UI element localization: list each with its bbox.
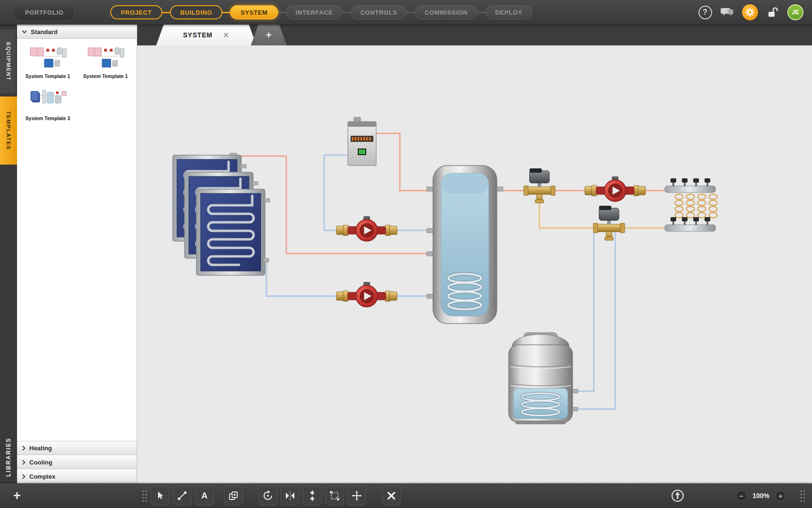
system-schematic bbox=[137, 45, 812, 483]
drag-handle-icon[interactable] bbox=[799, 489, 805, 503]
zoom-cluster: − 100% + bbox=[671, 489, 805, 503]
chevron-right-icon bbox=[22, 474, 26, 479]
motorized-three-way-valve-lower[interactable] bbox=[593, 206, 625, 240]
canvas-tools: A bbox=[137, 486, 812, 505]
zoom-in-button[interactable]: + bbox=[775, 490, 786, 501]
section-complex-label: Complex bbox=[29, 473, 55, 480]
template-name: System Template 1 bbox=[83, 73, 128, 79]
solar-collector-array[interactable] bbox=[173, 153, 270, 275]
header-actions: ? bbox=[697, 4, 803, 20]
templates-sidebar: Standard bbox=[17, 25, 137, 483]
library-tab-strip: EQUIPMENT TEMPLATES LIBRARIES bbox=[0, 25, 17, 483]
template-list: System Template 1 bbox=[17, 39, 137, 441]
delete-tool[interactable] bbox=[382, 486, 401, 505]
add-template-button[interactable]: + bbox=[13, 490, 21, 502]
workflow-step-deploy[interactable]: DEPLOY bbox=[485, 5, 532, 19]
upload-icon[interactable] bbox=[671, 489, 685, 503]
top-header: PORTFOLIO PROJECT BUILDING SYSTEM INTERF… bbox=[0, 0, 812, 25]
template-thumbnail bbox=[27, 87, 69, 114]
template-item[interactable]: System Template 3 bbox=[19, 87, 77, 121]
workflow-breadcrumb: PROJECT BUILDING SYSTEM INTERFACE CONTRO… bbox=[110, 5, 532, 19]
return-circulator-pump[interactable] bbox=[336, 282, 397, 307]
select-tool[interactable] bbox=[150, 486, 169, 505]
dhw-storage-tank[interactable] bbox=[509, 333, 578, 424]
brand-gear-icon[interactable] bbox=[742, 4, 758, 20]
section-complex[interactable]: Complex bbox=[17, 469, 137, 483]
section-cooling[interactable]: Cooling bbox=[17, 455, 137, 469]
connect-tool[interactable] bbox=[173, 486, 192, 505]
transform-select-tool[interactable] bbox=[325, 486, 344, 505]
schematic-canvas[interactable] bbox=[137, 45, 812, 483]
zoom-out-button[interactable]: − bbox=[736, 490, 747, 501]
valve-tool[interactable] bbox=[303, 486, 322, 505]
drag-handle-icon[interactable] bbox=[141, 489, 147, 503]
section-standard[interactable]: Standard bbox=[17, 25, 137, 39]
heating-distribution-manifold[interactable] bbox=[665, 178, 717, 231]
unlock-icon[interactable] bbox=[765, 5, 780, 20]
template-name: System Template 3 bbox=[26, 115, 70, 121]
community-icon[interactable] bbox=[720, 5, 735, 20]
template-item[interactable]: System Template 1 bbox=[19, 44, 77, 79]
workflow-step-project[interactable]: PROJECT bbox=[110, 5, 162, 19]
workspace: SYSTEM ✕ + bbox=[137, 25, 812, 483]
template-item[interactable]: System Template 1 bbox=[77, 44, 134, 79]
tab-system[interactable]: SYSTEM ✕ bbox=[156, 25, 256, 45]
mirror-tool[interactable] bbox=[281, 486, 300, 505]
pipe-solar-return bbox=[266, 261, 440, 296]
rotate-tool[interactable] bbox=[258, 486, 277, 505]
pipe-boiler-return bbox=[324, 155, 440, 230]
workflow-step-commission[interactable]: COMMISSION bbox=[415, 5, 477, 19]
section-heating-label: Heating bbox=[29, 445, 52, 452]
new-tab-button[interactable]: + bbox=[251, 25, 287, 45]
bottom-toolbar: + A bbox=[0, 483, 812, 508]
app-window: PORTFOLIO PROJECT BUILDING SYSTEM INTERF… bbox=[0, 0, 812, 508]
tab-system-label: SYSTEM bbox=[183, 31, 212, 39]
sidebar-tab-equipment[interactable]: EQUIPMENT bbox=[0, 29, 17, 94]
portfolio-button[interactable]: PORTFOLIO bbox=[15, 5, 73, 19]
pipe-boiler-supply bbox=[375, 133, 440, 191]
sidebar-tab-templates[interactable]: TEMPLATES bbox=[0, 96, 17, 165]
chevron-right-icon bbox=[22, 460, 26, 465]
solar-circulator-pump[interactable] bbox=[336, 216, 397, 241]
workflow-step-controls[interactable]: CONTROLS bbox=[351, 5, 407, 19]
buffer-storage-tank[interactable] bbox=[427, 166, 503, 324]
workflow-step-building[interactable]: BUILDING bbox=[170, 5, 223, 19]
close-tab-icon[interactable]: ✕ bbox=[223, 31, 229, 40]
help-icon[interactable]: ? bbox=[697, 5, 713, 20]
motorized-three-way-valve-upper[interactable] bbox=[524, 168, 555, 203]
sidebar-tab-libraries[interactable]: LIBRARIES bbox=[0, 438, 17, 477]
section-cooling-label: Cooling bbox=[29, 459, 52, 466]
template-name: System Template 1 bbox=[26, 73, 70, 79]
section-standard-label: Standard bbox=[31, 28, 57, 35]
main-area: EQUIPMENT TEMPLATES LIBRARIES Standard bbox=[0, 25, 812, 483]
sidebar-footer: + bbox=[0, 490, 137, 502]
template-thumbnail bbox=[27, 44, 69, 72]
workspace-tabstrip: SYSTEM ✕ + bbox=[137, 25, 812, 45]
text-tool[interactable]: A bbox=[195, 486, 214, 505]
duplicate-tool[interactable] bbox=[224, 486, 243, 505]
workflow-step-interface[interactable]: INTERFACE bbox=[286, 5, 343, 19]
template-thumbnail bbox=[85, 44, 126, 72]
chevron-down-icon bbox=[22, 30, 27, 34]
chevron-right-icon bbox=[22, 446, 26, 451]
pipe-dhw-return bbox=[569, 231, 615, 409]
move-tool[interactable] bbox=[347, 486, 366, 505]
workflow-step-system[interactable]: SYSTEM bbox=[230, 5, 278, 19]
wall-hung-boiler[interactable] bbox=[348, 117, 376, 166]
distribution-circulator-pump[interactable] bbox=[585, 176, 645, 201]
zoom-level: 100% bbox=[752, 492, 769, 499]
avatar[interactable]: JE bbox=[787, 4, 803, 20]
section-heating[interactable]: Heating bbox=[17, 441, 137, 455]
